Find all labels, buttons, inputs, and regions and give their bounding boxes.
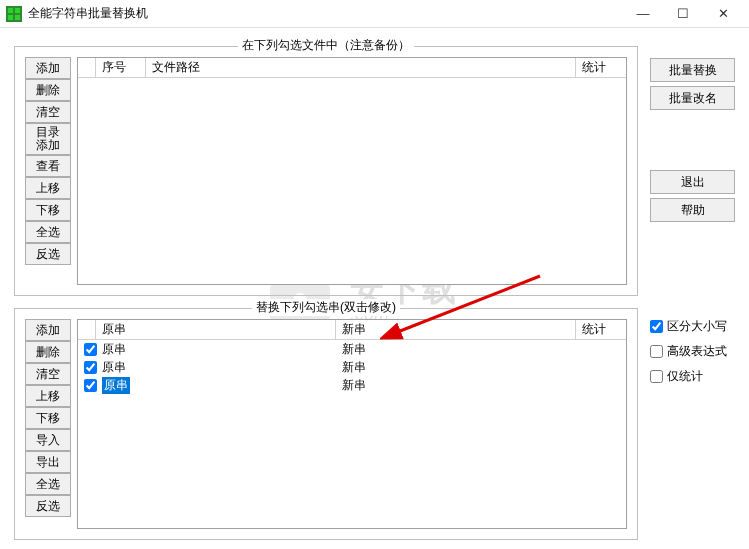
files-btn-7[interactable]: 全选 xyxy=(25,221,71,243)
row-new[interactable]: 新串 xyxy=(336,340,576,359)
svg-rect-3 xyxy=(15,14,20,19)
exit-button[interactable]: 退出 xyxy=(650,170,735,194)
svg-rect-1 xyxy=(15,7,20,12)
files-col-path[interactable]: 文件路径 xyxy=(146,58,576,77)
svg-rect-0 xyxy=(8,7,13,12)
advanced-expr-checkbox[interactable]: 高级表达式 xyxy=(650,343,727,360)
strings-legend: 替换下列勾选串(双击修改) xyxy=(252,299,400,316)
files-col-check[interactable] xyxy=(78,58,96,77)
strings-btn-4[interactable]: 下移 xyxy=(25,407,71,429)
row-old[interactable]: 原串 xyxy=(96,358,336,377)
close-button[interactable]: ✕ xyxy=(703,0,743,28)
row-stats xyxy=(576,384,626,386)
strings-btn-7[interactable]: 全选 xyxy=(25,473,71,495)
files-btn-0[interactable]: 添加 xyxy=(25,57,71,79)
strings-col-new[interactable]: 新串 xyxy=(336,320,576,339)
strings-btn-3[interactable]: 上移 xyxy=(25,385,71,407)
strings-groupbox: 替换下列勾选串(双击修改) 添加删除清空上移下移导入导出全选反选 原串 新串 统… xyxy=(14,308,638,540)
strings-btn-1[interactable]: 删除 xyxy=(25,341,71,363)
files-button-column: 添加删除清空目录添加查看上移下移全选反选 xyxy=(25,57,71,265)
app-icon xyxy=(6,6,22,22)
right-button-column: 批量替换 批量改名 退出 帮助 xyxy=(650,58,735,226)
row-old[interactable]: 原串 xyxy=(96,376,336,395)
table-row[interactable]: 原串新串 xyxy=(78,376,626,394)
files-btn-5[interactable]: 上移 xyxy=(25,177,71,199)
strings-btn-8[interactable]: 反选 xyxy=(25,495,71,517)
row-new[interactable]: 新串 xyxy=(336,358,576,377)
row-stats xyxy=(576,348,626,350)
files-groupbox: 在下列勾选文件中（注意备份） 添加删除清空目录添加查看上移下移全选反选 序号 文… xyxy=(14,46,638,296)
files-legend: 在下列勾选文件中（注意备份） xyxy=(238,37,414,54)
files-btn-4[interactable]: 查看 xyxy=(25,155,71,177)
minimize-button[interactable]: — xyxy=(623,0,663,28)
strings-btn-6[interactable]: 导出 xyxy=(25,451,71,473)
files-btn-6[interactable]: 下移 xyxy=(25,199,71,221)
stats-only-checkbox[interactable]: 仅统计 xyxy=(650,368,727,385)
titlebar: 全能字符串批量替换机 — ☐ ✕ xyxy=(0,0,749,28)
files-col-stats[interactable]: 统计 xyxy=(576,58,626,77)
row-stats xyxy=(576,366,626,368)
batch-replace-button[interactable]: 批量替换 xyxy=(650,58,735,82)
strings-btn-5[interactable]: 导入 xyxy=(25,429,71,451)
svg-rect-2 xyxy=(8,14,13,19)
strings-btn-2[interactable]: 清空 xyxy=(25,363,71,385)
strings-button-column: 添加删除清空上移下移导入导出全选反选 xyxy=(25,319,71,517)
files-btn-3[interactable]: 目录添加 xyxy=(25,123,71,155)
table-row[interactable]: 原串新串 xyxy=(78,340,626,358)
files-grid[interactable]: 序号 文件路径 统计 xyxy=(77,57,627,285)
strings-col-check[interactable] xyxy=(78,320,96,339)
strings-btn-0[interactable]: 添加 xyxy=(25,319,71,341)
maximize-button[interactable]: ☐ xyxy=(663,0,703,28)
files-btn-2[interactable]: 清空 xyxy=(25,101,71,123)
window-title: 全能字符串批量替换机 xyxy=(28,5,623,22)
case-sensitive-checkbox[interactable]: 区分大小写 xyxy=(650,318,727,335)
batch-rename-button[interactable]: 批量改名 xyxy=(650,86,735,110)
options-group: 区分大小写 高级表达式 仅统计 xyxy=(650,318,727,393)
files-btn-8[interactable]: 反选 xyxy=(25,243,71,265)
files-btn-1[interactable]: 删除 xyxy=(25,79,71,101)
strings-grid[interactable]: 原串 新串 统计 原串新串原串新串原串新串 xyxy=(77,319,627,529)
strings-col-old[interactable]: 原串 xyxy=(96,320,336,339)
files-col-index[interactable]: 序号 xyxy=(96,58,146,77)
strings-col-stats[interactable]: 统计 xyxy=(576,320,626,339)
row-old[interactable]: 原串 xyxy=(96,340,336,359)
table-row[interactable]: 原串新串 xyxy=(78,358,626,376)
row-new[interactable]: 新串 xyxy=(336,376,576,395)
help-button[interactable]: 帮助 xyxy=(650,198,735,222)
